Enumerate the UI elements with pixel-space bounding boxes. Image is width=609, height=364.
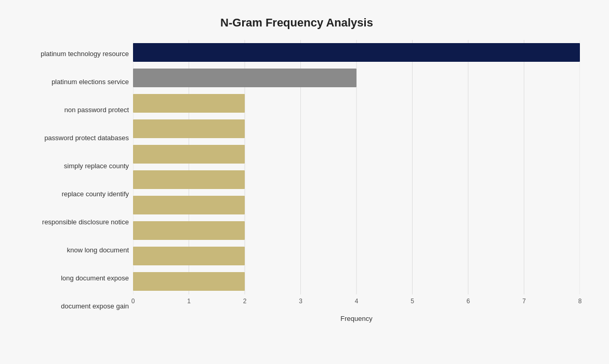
x-tick: 6	[467, 298, 470, 305]
x-tick: 7	[522, 298, 526, 305]
bar	[133, 247, 245, 265]
chart-title: N-Gram Frequency Analysis	[14, 16, 580, 30]
y-label: non password protect	[14, 96, 129, 124]
chart-container: N-Gram Frequency Analysis platinum techn…	[8, 6, 601, 359]
bar-row	[133, 41, 580, 64]
y-label: long document expose	[14, 264, 129, 292]
bar	[133, 69, 356, 87]
x-tick: 1	[187, 298, 191, 305]
bar	[133, 221, 245, 240]
y-labels: platinum technology resourceplatinum ele…	[14, 40, 133, 320]
y-label: know long document	[14, 236, 129, 264]
bar-row	[133, 168, 580, 191]
x-tick: 0	[131, 298, 135, 305]
bar	[133, 43, 580, 62]
bar-row	[133, 117, 580, 140]
bar-row	[133, 143, 580, 166]
y-label: document expose gain	[14, 292, 129, 320]
bar-row	[133, 245, 580, 267]
y-label: platinum elections service	[14, 68, 129, 96]
y-label: responsible disclosure notice	[14, 208, 129, 236]
bar-row	[133, 270, 580, 293]
x-tick: 4	[355, 298, 359, 305]
chart-area: platinum technology resourceplatinum ele…	[14, 40, 580, 320]
bar-row	[133, 92, 580, 115]
x-ticks-container: 012345678	[133, 298, 580, 313]
y-label: replace county identify	[14, 180, 129, 208]
x-axis: 012345678 Frequency	[133, 294, 580, 320]
bars-wrapper	[133, 40, 580, 294]
y-label: platinum technology resource	[14, 40, 129, 68]
plot-area: 012345678 Frequency	[133, 40, 580, 320]
bar	[133, 170, 245, 189]
x-axis-label: Frequency	[340, 315, 372, 322]
bar-row	[133, 194, 580, 217]
bar	[133, 196, 245, 214]
bar	[133, 119, 245, 138]
bar	[133, 94, 245, 113]
x-tick: 2	[243, 298, 247, 305]
bar-row	[133, 219, 580, 242]
x-tick: 3	[299, 298, 302, 305]
bar-row	[133, 66, 580, 89]
bar	[133, 145, 245, 164]
y-label: password protect databases	[14, 124, 129, 152]
bar	[133, 272, 245, 291]
y-label: simply replace county	[14, 152, 129, 180]
x-tick: 5	[411, 298, 414, 305]
x-tick: 8	[578, 298, 582, 305]
